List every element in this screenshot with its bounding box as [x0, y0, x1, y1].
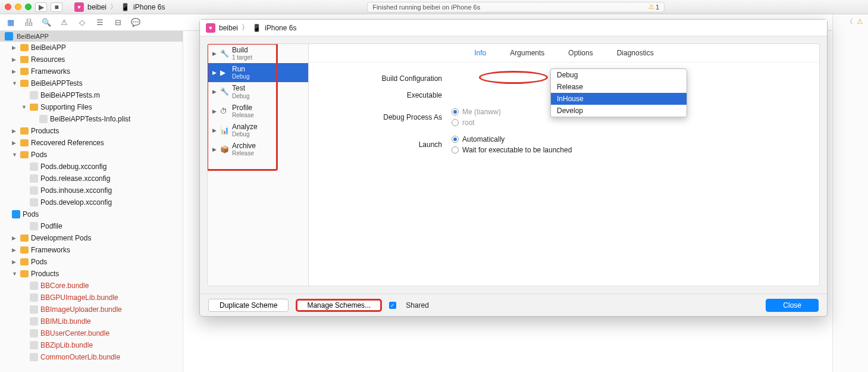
build-configuration-dropdown[interactable]: DebugReleaseInHouseDevelop [550, 68, 687, 117]
disclosure-icon[interactable]: ▶ [212, 89, 217, 95]
disclosure-icon[interactable]: ▶ [12, 128, 18, 134]
nav-item[interactable]: ▶Frameworks [0, 244, 183, 256]
nav-item-label: CommonOuterLib.bundle [40, 353, 120, 361]
warning-badge[interactable]: ⚠ 1 [648, 3, 659, 11]
disclosure-icon[interactable]: ▶ [212, 127, 217, 133]
nav-item-label: BBUserCenter.bundle [40, 329, 109, 337]
device-name[interactable]: iPhone 6s [133, 3, 165, 11]
nav-item[interactable]: ▼BeiBeiAPPTests [0, 77, 183, 89]
project-navigator-icon[interactable]: ▦ [6, 18, 15, 27]
duplicate-scheme-button[interactable]: Duplicate Scheme [208, 299, 289, 312]
nav-item[interactable]: ▶Pods [0, 256, 183, 268]
crumb-device[interactable]: iPhone 6s [265, 24, 296, 32]
nav-item[interactable]: Pods.release.xcconfig [0, 173, 183, 185]
disclosure-icon[interactable]: ▶ [212, 51, 217, 57]
disclosure-icon[interactable]: ▶ [12, 68, 18, 74]
project-badge-icon: ♥ [74, 2, 84, 12]
breakpoint-navigator-icon[interactable]: ⊟ [113, 18, 123, 27]
close-window-icon[interactable] [5, 4, 11, 10]
nav-item[interactable]: Pods.debug.xcconfig [0, 161, 183, 173]
tab-options[interactable]: Options [568, 49, 593, 57]
tab-info[interactable]: Info [474, 49, 486, 57]
nav-item[interactable]: BBZipLib.bundle [0, 339, 183, 351]
symbol-navigator-icon[interactable]: 品 [24, 18, 33, 27]
nav-item[interactable]: BBIMLib.bundle [0, 315, 183, 327]
radio-launch-wait[interactable] [452, 146, 459, 154]
tab-diagnostics[interactable]: Diagnostics [617, 49, 654, 57]
nav-item[interactable]: ▶Recovered References [0, 137, 183, 149]
stop-button[interactable]: ■ [51, 2, 62, 12]
disclosure-icon[interactable]: ▶ [12, 140, 18, 146]
disclosure-icon[interactable]: ▼ [21, 104, 27, 110]
nav-item[interactable]: CommonOuterLib.bundle [0, 351, 183, 363]
disclosure-icon[interactable]: ▼ [12, 152, 18, 158]
disclosure-icon[interactable]: ▶ [12, 45, 18, 51]
nav-item[interactable]: BeiBeiAPPTests.m [0, 89, 183, 101]
zoom-window-icon[interactable] [25, 4, 32, 10]
shared-checkbox[interactable]: ✓ [389, 302, 396, 309]
radio-me[interactable] [452, 108, 459, 115]
nav-item[interactable]: ▶Resources [0, 54, 183, 65]
nav-item[interactable]: Pods.inhouse.xcconfig [0, 185, 183, 196]
nav-item[interactable]: ▼Products [0, 268, 183, 280]
run-button[interactable]: ▶ [35, 2, 47, 12]
scheme-action-icon: 🔧 [220, 49, 228, 58]
scheme-action-title: Test [232, 85, 249, 92]
nav-item[interactable]: ▼Pods [0, 149, 183, 161]
search-icon[interactable]: 🔍 [42, 18, 51, 27]
warning-icon[interactable]: ⚠ [857, 17, 863, 26]
build-config-option-release[interactable]: Release [551, 81, 687, 93]
disclosure-icon[interactable]: ▼ [12, 271, 18, 277]
radio-root[interactable] [452, 119, 459, 126]
scheme-action-test[interactable]: ▶ 🔧 TestDebug [208, 82, 308, 101]
minimize-window-icon[interactable] [15, 4, 21, 10]
debug-navigator-icon[interactable]: ☰ [95, 18, 105, 27]
radio-launch-auto[interactable] [452, 136, 459, 143]
disclosure-icon[interactable]: ▶ [212, 146, 217, 152]
scheme-action-analyze[interactable]: ▶ 📊 AnalyzeDebug [208, 121, 308, 140]
scheme-action-profile[interactable]: ▶ ⏱ ProfileRelease [208, 102, 308, 121]
status-bar: Finished running beibei on iPhone 6s ⚠ 1 [367, 2, 665, 12]
test-navigator-icon[interactable]: ◇ [77, 18, 87, 27]
scheme-action-build[interactable]: ▶ 🔧 Build1 target [208, 44, 308, 63]
debug-process-me-label: Me (tianww) [462, 108, 501, 116]
nav-item[interactable]: Pods.develop.xcconfig [0, 196, 183, 208]
disclosure-icon[interactable]: ▼ [12, 80, 18, 86]
nav-item[interactable]: ▶Frameworks [0, 65, 183, 77]
close-button[interactable]: Close [766, 299, 819, 312]
disclosure-icon[interactable]: ▶ [212, 70, 217, 76]
nav-item[interactable]: ▶BeiBeiAPP [0, 42, 183, 54]
disclosure-icon[interactable]: ▶ [12, 235, 18, 241]
tab-arguments[interactable]: Arguments [510, 49, 544, 57]
disclosure-icon[interactable]: ▶ [12, 259, 18, 265]
manage-schemes-button[interactable]: Manage Schemes... [296, 299, 382, 312]
disclosure-icon[interactable]: ▶ [12, 57, 18, 62]
scheme-name[interactable]: beibei [87, 3, 106, 11]
issue-navigator-icon[interactable]: ⚠ [59, 18, 69, 27]
nav-item[interactable]: Pods [0, 208, 183, 220]
nav-item[interactable]: ▼Supporting Files [0, 101, 183, 113]
nav-item[interactable]: BBGPUImageLib.bundle [0, 292, 183, 304]
back-icon[interactable]: 〈 [846, 17, 853, 27]
nav-item[interactable]: ▶Development Pods [0, 232, 183, 244]
nav-item[interactable]: BBCore.bundle [0, 280, 183, 292]
build-config-option-develop[interactable]: Develop [551, 105, 687, 117]
nav-item-label: Frameworks [31, 246, 70, 254]
nav-item[interactable]: Podfile [0, 220, 183, 232]
nav-item[interactable]: BBImageUploader.bundle [0, 304, 183, 315]
nav-item[interactable]: BeiBeiAPPTests-Info.plist [0, 113, 183, 125]
nav-item[interactable]: BBUserCenter.bundle [0, 327, 183, 339]
executable-label: Executable [333, 91, 452, 99]
report-navigator-icon[interactable]: 💬 [131, 18, 140, 27]
scheme-action-archive[interactable]: ▶ 📦 ArchiveRelease [208, 140, 308, 159]
disclosure-icon[interactable]: ▶ [212, 108, 217, 114]
disclosure-icon[interactable]: ▶ [12, 247, 18, 253]
scheme-action-run[interactable]: ▶ ▶ RunDebug [208, 63, 308, 82]
project-root[interactable]: BeiBeiAPP [0, 31, 183, 42]
crumb-project[interactable]: beibei [219, 24, 238, 32]
scheme-action-list: ▶ 🔧 Build1 target▶ ▶ RunDebug▶ 🔧 TestDeb… [208, 44, 309, 286]
build-config-option-inhouse[interactable]: InHouse [551, 93, 687, 105]
nav-item[interactable]: ▶Products [0, 125, 183, 137]
folder-icon [20, 80, 29, 87]
build-config-option-debug[interactable]: Debug [551, 69, 687, 81]
